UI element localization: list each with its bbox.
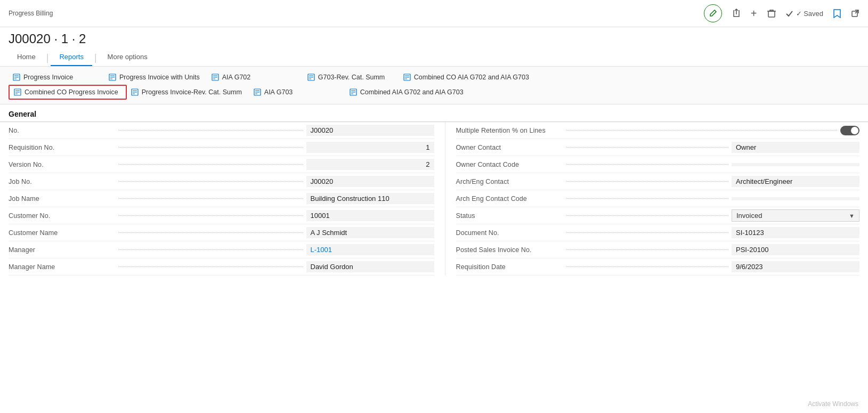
share-button[interactable] <box>732 9 741 18</box>
field-row-multiple-retention: Multiple Retention % on Lines <box>456 122 860 139</box>
tab-reports[interactable]: Reports <box>51 48 92 66</box>
dotted-postedsales <box>566 249 729 250</box>
field-row-arch-eng-contact: Arch/Eng Contact Architect/Engineer <box>456 173 860 190</box>
label-posted-sales-invoice: Posted Sales Invoice No. <box>456 244 563 256</box>
delete-button[interactable] <box>767 9 776 18</box>
open-new-button[interactable] <box>851 9 859 18</box>
tab-more-options[interactable]: More options <box>99 48 156 66</box>
app-title: Progress Billing <box>9 10 53 17</box>
field-row-requisition-no: Requisition No. 1 <box>9 139 434 156</box>
value-no[interactable]: J00020 <box>306 125 434 136</box>
value-manager[interactable]: L-1001 <box>306 244 434 255</box>
label-customer-no: Customer No. <box>9 210 115 222</box>
report-icon-3 <box>212 74 219 81</box>
report-icon-2 <box>109 74 116 81</box>
dotted-jobname <box>118 198 303 199</box>
svg-rect-0 <box>768 11 775 17</box>
bookmark-button[interactable] <box>833 9 841 18</box>
report-btn-progress-invoice-units[interactable]: Progress Invoice with Units <box>104 71 207 84</box>
tab-home[interactable]: Home <box>9 48 44 66</box>
edit-button[interactable] <box>704 4 722 22</box>
dropdown-status[interactable]: Invoiced ▼ <box>732 209 859 222</box>
tab-bar: Home | Reports | More options <box>0 48 868 67</box>
value-owner-contact[interactable]: Owner <box>732 142 859 153</box>
field-row-owner-contact-code: Owner Contact Code <box>456 156 860 173</box>
dotted-archeng <box>566 181 729 182</box>
value-requisition-date[interactable]: 9/6/2023 <box>732 261 859 272</box>
report-btn-aia-g702[interactable]: AIA G702 <box>207 71 303 84</box>
value-posted-sales-invoice[interactable]: PSI-20100 <box>732 244 859 255</box>
field-row-status: Status Invoiced ▼ <box>456 207 860 224</box>
field-row-no: No. J00020 <box>9 122 434 139</box>
field-row-version-no: Version No. 2 <box>9 156 434 173</box>
report-icon-7 <box>131 88 139 96</box>
value-customer-name[interactable]: A J Schmidt <box>306 227 434 238</box>
field-row-requisition-date: Requisition Date 9/6/2023 <box>456 258 860 276</box>
value-arch-eng-contact-code[interactable] <box>732 197 859 200</box>
record-id: J00020 · 1 · 2 <box>0 27 868 48</box>
label-status: Status <box>456 210 563 222</box>
label-manager: Manager <box>9 244 115 256</box>
tab-separator: | <box>44 53 51 62</box>
dotted-archengcode <box>566 198 729 199</box>
dotted-req <box>118 147 303 148</box>
label-owner-contact: Owner Contact <box>456 142 563 153</box>
dotted-reqdate <box>566 266 729 267</box>
reports-ribbon: Progress Invoice Progress Invoice with U… <box>0 67 868 104</box>
label-version-no: Version No. <box>9 159 115 171</box>
value-customer-no[interactable]: 10001 <box>306 210 434 221</box>
dotted-ownercont <box>566 147 729 148</box>
dotted-custname <box>118 232 303 233</box>
top-bar: Progress Billing + ✓ Saved <box>0 0 868 27</box>
dotted-custno <box>118 215 303 216</box>
report-icon-9 <box>350 88 357 96</box>
label-arch-eng-contact-code: Arch Eng Contact Code <box>456 193 563 205</box>
value-manager-name[interactable]: David Gordon <box>306 261 434 272</box>
add-button[interactable]: + <box>751 7 757 20</box>
form-right-column: Multiple Retention % on Lines Owner Cont… <box>445 122 860 276</box>
label-no: No. <box>9 125 115 136</box>
field-row-customer-no: Customer No. 10001 <box>9 207 434 224</box>
value-document-no[interactable]: SI-10123 <box>732 227 859 238</box>
dotted-retention <box>566 130 838 131</box>
value-version-no[interactable]: 2 <box>306 159 434 170</box>
value-requisition-no[interactable]: 1 <box>306 142 434 153</box>
chevron-down-icon: ▼ <box>849 213 855 219</box>
label-owner-contact-code: Owner Contact Code <box>456 159 563 171</box>
field-row-owner-contact: Owner Contact Owner <box>456 139 860 156</box>
reports-row-2: Combined CO Progress Invoice Progress In… <box>9 85 859 100</box>
dotted-docno <box>566 232 729 233</box>
value-job-name[interactable]: Building Construction 110 <box>306 193 434 204</box>
report-icon-8 <box>254 88 261 96</box>
dotted-job <box>118 181 303 182</box>
report-btn-progress-invoice[interactable]: Progress Invoice <box>9 71 104 84</box>
field-row-job-name: Job Name Building Construction 110 <box>9 190 434 207</box>
dotted-status <box>566 215 729 216</box>
label-requisition-date: Requisition Date <box>456 261 563 273</box>
report-btn-combined-aia[interactable]: Combined AIA G702 and AIA G703 <box>345 85 471 100</box>
field-row-posted-sales-invoice: Posted Sales Invoice No. PSI-20100 <box>456 241 860 258</box>
report-icon-5 <box>403 74 411 81</box>
reports-row-1: Progress Invoice Progress Invoice with U… <box>9 71 859 84</box>
report-btn-combined-co-aia[interactable]: Combined CO AIA G702 and AIA G703 <box>399 71 537 84</box>
value-owner-contact-code[interactable] <box>732 163 859 166</box>
form-area: No. J00020 Requisition No. 1 Version No.… <box>0 122 868 276</box>
value-job-no[interactable]: J00020 <box>306 176 434 187</box>
dotted-ownercontcode <box>566 164 729 165</box>
dotted-mgr <box>118 249 303 250</box>
report-btn-progress-invoice-rev[interactable]: Progress Invoice-Rev. Cat. Summ <box>127 85 249 100</box>
value-arch-eng-contact[interactable]: Architect/Engineer <box>732 176 859 187</box>
field-row-document-no: Document No. SI-10123 <box>456 224 860 241</box>
report-icon-4 <box>307 74 315 81</box>
label-manager-name: Manager Name <box>9 261 115 273</box>
field-row-customer-name: Customer Name A J Schmidt <box>9 224 434 241</box>
form-left-column: No. J00020 Requisition No. 1 Version No.… <box>9 122 434 276</box>
field-row-manager: Manager L-1001 <box>9 241 434 258</box>
report-btn-combined-co-progress[interactable]: Combined CO Progress Invoice <box>9 85 127 100</box>
label-requisition-no: Requisition No. <box>9 142 115 153</box>
field-row-manager-name: Manager Name David Gordon <box>9 258 434 276</box>
tab-separator-2: | <box>92 53 99 62</box>
toggle-multiple-retention[interactable] <box>840 126 859 135</box>
report-btn-aia-g703[interactable]: AIA G703 <box>249 85 345 100</box>
report-btn-g703-rev-cat-summ[interactable]: G703-Rev. Cat. Summ <box>303 71 399 84</box>
